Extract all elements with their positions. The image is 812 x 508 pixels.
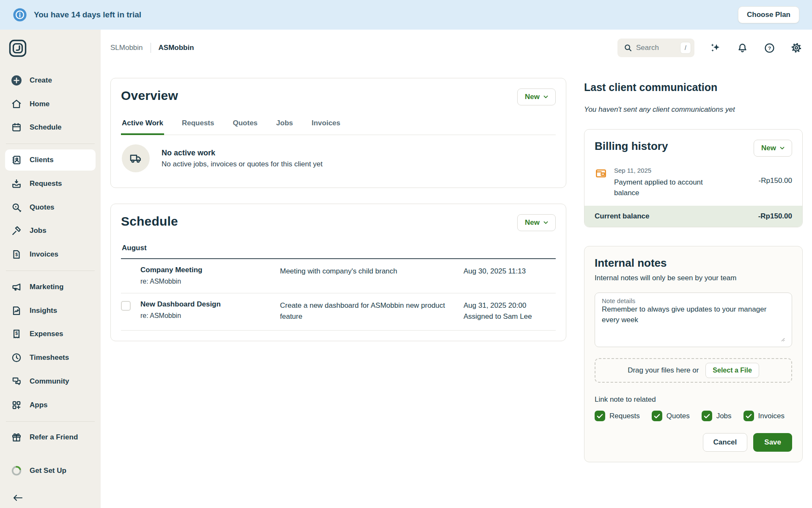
sidebar-item-requests[interactable]: Requests [5, 173, 96, 194]
internal-notes-title: Internal notes [595, 257, 792, 270]
chart-doc-icon [11, 305, 22, 316]
sidebar-item-clients[interactable]: Clients [5, 149, 96, 171]
billing-entry-amount: -Rp150.00 [759, 177, 792, 198]
checked-checkbox-icon [652, 411, 662, 421]
link-option-jobs[interactable]: Jobs [702, 411, 732, 421]
task-reference: re: ASMobbin [140, 312, 280, 320]
sidebar-item-label: Marketing [30, 283, 63, 291]
svg-text:?: ? [768, 45, 771, 51]
task-checkbox[interactable] [121, 301, 131, 311]
event-title: Company Meeting [140, 266, 280, 274]
select-file-button[interactable]: Select a File [705, 363, 759, 378]
task-description: Create a new dashboard for ASMobbin new … [280, 300, 464, 323]
breadcrumb-divider [151, 43, 151, 53]
overview-card: Overview New Active Work Requests Quotes… [110, 78, 566, 188]
notifications-button[interactable] [736, 41, 749, 54]
plus-circle-icon [11, 75, 22, 86]
event-reference: re: ASMobbin [140, 278, 280, 285]
progress-ring-icon [11, 465, 22, 476]
tab-jobs[interactable]: Jobs [275, 116, 294, 135]
checked-checkbox-icon [595, 411, 605, 421]
tab-active-work[interactable]: Active Work [121, 116, 164, 135]
settings-button[interactable] [790, 41, 803, 54]
search-input[interactable] [636, 44, 677, 52]
chat-bubbles-icon [11, 376, 22, 387]
sidebar-item-expenses[interactable]: $ Expenses [5, 324, 96, 345]
link-note-options: Requests Quotes Jobs [595, 411, 792, 421]
tab-quotes[interactable]: Quotes [232, 116, 258, 135]
sidebar-item-label: Expenses [30, 330, 63, 338]
last-communication-empty-message: You haven't sent any client communicatio… [584, 105, 803, 114]
note-details-field[interactable]: Note details Remember to always give upd… [595, 293, 792, 347]
schedule-row[interactable]: Company Meeting re: ASMobbin Meeting wit… [121, 259, 556, 293]
sidebar-collapse-button[interactable] [12, 494, 25, 502]
no-active-work-empty-state: No active work No active jobs, invoices … [121, 135, 556, 177]
sidebar-item-schedule[interactable]: Schedule [5, 117, 96, 138]
hammer-icon [11, 225, 22, 236]
tab-invoices[interactable]: Invoices [311, 116, 341, 135]
note-details-label: Note details [602, 297, 785, 304]
sidebar-item-home[interactable]: Home [5, 94, 96, 115]
breadcrumb: SLMobbin ASMobbin [110, 43, 194, 53]
sidebar-divider [6, 271, 95, 271]
sidebar-item-create[interactable]: Create [5, 70, 96, 91]
checked-checkbox-icon [743, 411, 754, 421]
overview-title: Overview [121, 88, 178, 103]
empty-state-subtitle: No active jobs, invoices or quotes for t… [162, 160, 323, 168]
address-book-icon [11, 155, 22, 166]
note-details-input[interactable]: Remember to always give updates to your … [602, 304, 785, 342]
help-button[interactable]: ? [763, 41, 776, 54]
choose-plan-button[interactable]: Choose Plan [738, 6, 799, 23]
search-bar[interactable]: / [617, 39, 694, 57]
svg-text:$: $ [15, 252, 18, 257]
sidebar-item-timesheets[interactable]: Timesheets [5, 347, 96, 368]
billing-entry-description: Payment applied to account balance [614, 177, 720, 198]
billing-new-button[interactable]: New [754, 140, 792, 157]
sidebar-item-quotes[interactable]: Quotes [5, 197, 96, 218]
tab-requests[interactable]: Requests [181, 116, 215, 135]
sidebar-item-insights[interactable]: Insights [5, 300, 96, 321]
file-dropzone[interactable]: Drag your files here or Select a File [595, 358, 792, 383]
schedule-row[interactable]: New Dashboard Design re: ASMobbin Create… [121, 293, 556, 331]
sidebar-item-label: Get Set Up [30, 467, 66, 475]
calendar-icon [11, 122, 22, 133]
breadcrumb-parent[interactable]: SLMobbin [110, 44, 143, 52]
sidebar-item-marketing[interactable]: Marketing [5, 276, 96, 298]
link-note-label: Link note to related [595, 395, 792, 404]
help-icon: ? [764, 42, 775, 54]
trial-banner: You have 14 days left in trial Choose Pl… [0, 0, 812, 30]
sidebar-item-jobs[interactable]: Jobs [5, 221, 96, 242]
sidebar-item-community[interactable]: Community [5, 371, 96, 392]
bell-icon [737, 42, 748, 54]
link-option-requests[interactable]: Requests [595, 411, 640, 421]
schedule-title: Schedule [121, 214, 178, 229]
app-logo[interactable] [8, 39, 27, 58]
link-option-quotes[interactable]: Quotes [652, 411, 690, 421]
gift-icon [11, 432, 22, 443]
sidebar-item-label: Apps [30, 401, 48, 409]
save-button[interactable]: Save [753, 433, 792, 452]
empty-state-title: No active work [162, 149, 323, 157]
sidebar-item-refer-a-friend[interactable]: Refer a Friend [5, 427, 96, 448]
sidebar-item-get-set-up[interactable]: Get Set Up [5, 460, 96, 481]
sidebar-item-label: Quotes [30, 203, 55, 212]
internal-notes-card: Internal notes Internal notes will only … [584, 246, 803, 462]
sidebar-item-label: Invoices [30, 250, 58, 259]
schedule-new-button[interactable]: New [517, 214, 556, 231]
cancel-button[interactable]: Cancel [703, 433, 748, 452]
overview-new-button[interactable]: New [517, 88, 556, 105]
billing-entry: Sep 11, 2025 Payment applied to account … [595, 167, 792, 198]
sidebar-item-invoices[interactable]: $ Invoices [5, 244, 96, 265]
apps-grid-icon [11, 400, 22, 411]
event-datetime: Aug 30, 2025 11:13 [464, 266, 556, 277]
sidebar-item-apps[interactable]: Apps [5, 395, 96, 416]
current-balance-amount: -Rp150.00 [758, 212, 792, 221]
current-balance-label: Current balance [595, 212, 649, 221]
chevron-down-icon [543, 95, 548, 99]
link-option-invoices[interactable]: Invoices [743, 411, 785, 421]
task-title: New Dashboard Design [140, 300, 280, 309]
empty-state-avatar [122, 144, 150, 172]
task-assignee: Assigned to Sam Lee [464, 311, 556, 322]
ai-assistant-button[interactable] [709, 41, 721, 54]
sidebar: Create Home Schedule [0, 30, 101, 508]
